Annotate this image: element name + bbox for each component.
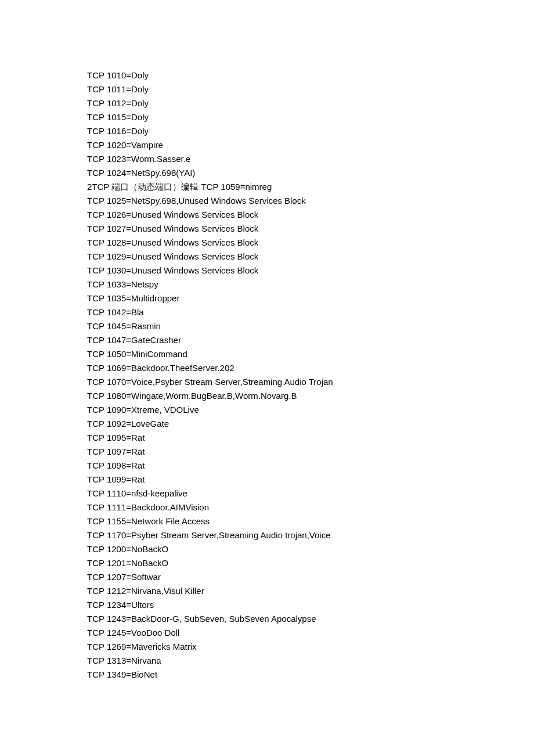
port-entry: TCP 1245=VooDoo Doll [87,626,476,640]
port-entry: TCP 1070=Voice,Psyber Stream Server,Stre… [87,375,476,389]
port-entry: TCP 1020=Vampire [87,138,476,152]
port-entry: TCP 1349=BioNet [87,668,476,682]
document-page: TCP 1010=Doly TCP 1011=Doly TCP 1012=Dol… [0,0,534,682]
port-entry: TCP 1098=Rat [87,459,476,473]
port-entry: TCP 1023=Worm.Sasser.e [87,152,476,166]
port-entry: TCP 1099=Rat [87,473,476,487]
port-entry: TCP 1033=Netspy [87,278,476,291]
port-entry: TCP 1047=GateCrasher [87,333,476,347]
port-entry: TCP 1030=Unused Windows Services Block [87,264,476,278]
port-entry: TCP 1170=Psyber Stream Server,Streaming … [87,528,476,542]
port-entry: TCP 1201=NoBackO [87,556,476,570]
port-entry: TCP 1243=BackDoor-G, SubSeven, SubSeven … [87,612,476,626]
port-entry: TCP 1045=Rasmin [87,319,476,333]
port-entry: TCP 1110=nfsd-keepalive [87,487,476,501]
port-entry: TCP 1234=Ultors [87,598,476,612]
port-entry: TCP 1050=MiniCommand [87,347,476,361]
port-entry: 2TCP 端口（动态端口）编辑 TCP 1059=nimreg [87,180,476,194]
port-entry: TCP 1269=Mavericks Matrix [87,640,476,654]
port-entry: TCP 1012=Doly [87,96,476,110]
port-entry: TCP 1200=NoBackO [87,542,476,556]
port-entry: TCP 1026=Unused Windows Services Block [87,208,476,222]
port-entry: TCP 1313=Nirvana [87,654,476,668]
port-entry: TCP 1080=Wingate,Worm.BugBear.B,Worm.Nov… [87,389,476,403]
port-entry: TCP 1042=Bla [87,305,476,319]
port-entry: TCP 1016=Doly [87,124,476,138]
port-entry: TCP 1027=Unused Windows Services Block [87,222,476,236]
port-entry: TCP 1035=Multidropper [87,291,476,305]
port-entry: TCP 1011=Doly [87,82,476,96]
port-entry: TCP 1111=Backdoor.AIMVision [87,501,476,514]
port-entry: TCP 1097=Rat [87,445,476,459]
port-entry: TCP 1155=Network File Access [87,514,476,528]
port-entry: TCP 1069=Backdoor.TheefServer.202 [87,361,476,375]
port-entry: TCP 1010=Doly [87,69,476,82]
port-entry: TCP 1212=Nirvana,Visul Killer [87,584,476,598]
port-entry: TCP 1090=Xtreme, VDOLive [87,403,476,417]
port-entry: TCP 1029=Unused Windows Services Block [87,250,476,264]
port-entry: TCP 1092=LoveGate [87,417,476,431]
port-entry: TCP 1095=Rat [87,431,476,445]
port-entry: TCP 1028=Unused Windows Services Block [87,236,476,250]
port-entry: TCP 1024=NetSpy.698(YAI) [87,166,476,180]
port-entry: TCP 1025=NetSpy.698,Unused Windows Servi… [87,194,476,208]
port-entry: TCP 1207=Softwar [87,570,476,584]
port-entry: TCP 1015=Doly [87,110,476,124]
